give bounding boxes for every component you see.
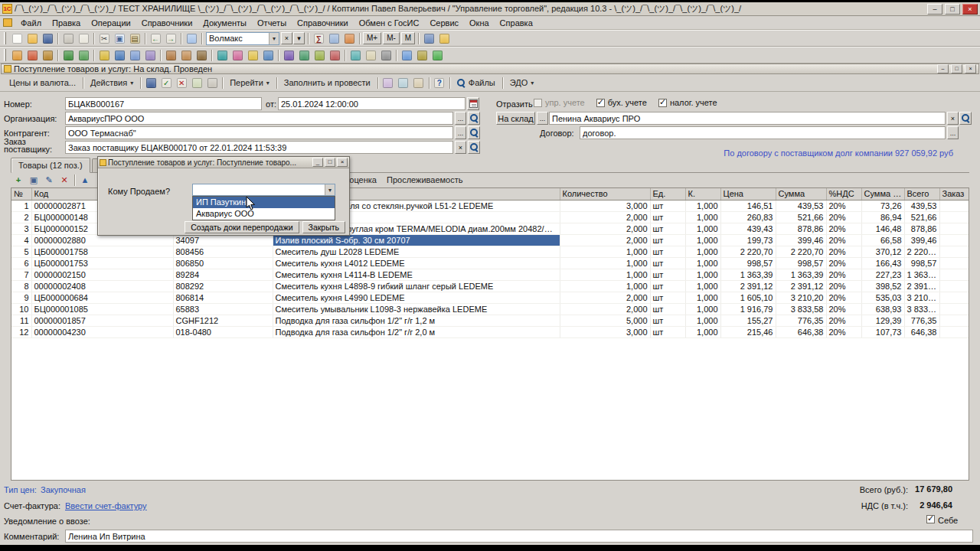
price-type-link[interactable]: Закупочная bbox=[41, 485, 86, 494]
calendar-button[interactable] bbox=[467, 97, 479, 110]
maximize-button[interactable]: □ bbox=[945, 4, 960, 15]
column-header-Сумма[interactable]: Сумма bbox=[776, 188, 826, 200]
user-monitor-icon[interactable] bbox=[399, 48, 414, 62]
calendar-icon[interactable] bbox=[436, 31, 452, 45]
column-header-Заказ[interactable]: Заказ bbox=[939, 188, 969, 200]
menu-Обмен с ГосИС[interactable]: Обмен с ГосИС bbox=[354, 17, 425, 29]
email-icon[interactable] bbox=[363, 48, 378, 62]
chevron-down-icon[interactable]: ▾ bbox=[269, 33, 279, 44]
menu-Документы[interactable]: Документы bbox=[198, 17, 252, 29]
create-resale-docs-button[interactable]: Создать доки перепродажи bbox=[185, 221, 299, 233]
contract-more-button[interactable]: ... bbox=[947, 126, 959, 139]
table-row[interactable]: 1100000001857CGHF1212Подводка для газа с… bbox=[11, 315, 969, 326]
warehouse-receipt-icon[interactable] bbox=[163, 48, 178, 62]
cash-documents-icon[interactable] bbox=[96, 48, 112, 62]
print-document-icon[interactable] bbox=[204, 76, 220, 90]
menu-Справка[interactable]: Справка bbox=[495, 17, 538, 29]
reports-icon[interactable] bbox=[281, 48, 296, 62]
warehouse-more-button[interactable]: ... bbox=[537, 112, 548, 125]
open-folder-icon[interactable] bbox=[24, 31, 40, 45]
toolbar-grip[interactable] bbox=[4, 49, 6, 61]
save-document-icon[interactable] bbox=[143, 76, 158, 90]
memory-recall-button[interactable]: M bbox=[401, 32, 415, 44]
warehouse-field[interactable] bbox=[549, 112, 946, 125]
edo-button[interactable]: ЭДО ▾ bbox=[505, 77, 539, 89]
stock-report-icon[interactable] bbox=[312, 48, 327, 62]
contract-field[interactable] bbox=[580, 126, 946, 139]
debt-report-icon[interactable] bbox=[327, 48, 342, 62]
discounts-icon[interactable] bbox=[230, 48, 245, 62]
checkbox-налог. учете[interactable]: налог. учете bbox=[658, 98, 717, 107]
contractor-more-button[interactable]: ... bbox=[455, 126, 466, 139]
table-settings-icon[interactable] bbox=[326, 31, 341, 45]
print-icon[interactable] bbox=[60, 31, 76, 45]
tab-Товары (12 поз.)[interactable]: Товары (12 поз.) bbox=[11, 158, 90, 173]
move-up-icon[interactable]: ▲ bbox=[77, 174, 93, 187]
warehouse-transfer-icon[interactable] bbox=[178, 48, 194, 62]
sales-invoices-icon[interactable] bbox=[76, 48, 91, 62]
paste-icon[interactable]: ▤ bbox=[127, 31, 142, 45]
menu-Справочники[interactable]: Справочники bbox=[136, 17, 198, 29]
checkbox-бух. учете[interactable]: бух. учете bbox=[596, 98, 647, 107]
save-icon[interactable] bbox=[40, 31, 55, 45]
calculator-icon[interactable] bbox=[421, 31, 436, 45]
organization-field[interactable] bbox=[65, 112, 453, 125]
table-row[interactable]: 6ЦБ000001753806850Смеситель кухня L4012 … bbox=[11, 257, 969, 269]
lock-icon[interactable] bbox=[414, 48, 430, 62]
bank-documents-icon[interactable] bbox=[112, 48, 127, 62]
warehouse-button[interactable]: На склад bbox=[496, 112, 535, 125]
minimize-button[interactable]: – bbox=[927, 4, 942, 15]
date-field[interactable] bbox=[278, 97, 466, 110]
find-icon[interactable] bbox=[184, 31, 199, 45]
copy-icon[interactable]: ▣ bbox=[112, 31, 127, 45]
self-checkbox[interactable]: Себе bbox=[926, 515, 958, 525]
prices-currency-button[interactable]: Цены и валюта... bbox=[5, 77, 80, 89]
menu-Отчеты[interactable]: Отчеты bbox=[252, 17, 292, 29]
help-icon[interactable]: ? bbox=[432, 76, 447, 90]
doc-close-button[interactable]: × bbox=[965, 64, 976, 73]
supplier-debt-text[interactable]: По договору с поставщиком долг компании … bbox=[536, 148, 953, 158]
menu-Правка[interactable]: Правка bbox=[47, 17, 86, 29]
close-button[interactable]: × bbox=[962, 4, 978, 15]
toolbar-grip[interactable] bbox=[4, 32, 6, 44]
supplier-orders-icon[interactable] bbox=[9, 48, 24, 62]
update-icon[interactable] bbox=[430, 48, 445, 62]
nomenclature-icon[interactable] bbox=[245, 48, 260, 62]
table-row[interactable]: 9ЦБ000000684806814Смеситель кухня L4990 … bbox=[11, 292, 969, 303]
document-structure-icon[interactable] bbox=[189, 76, 204, 90]
column-header-Всего[interactable]: Всего bbox=[904, 188, 939, 200]
column-header-№[interactable]: № bbox=[11, 188, 31, 200]
counterparties-icon[interactable] bbox=[260, 48, 276, 62]
redo-icon[interactable]: → bbox=[163, 31, 178, 45]
goto-button[interactable]: Перейти ▾ bbox=[225, 77, 274, 89]
dialog-minimize-button[interactable]: _ bbox=[312, 158, 323, 167]
actions-button[interactable]: Действия ▾ bbox=[86, 77, 138, 89]
doc-restore-button[interactable]: □ bbox=[951, 64, 962, 73]
menu-Файл[interactable]: Файл bbox=[15, 17, 47, 29]
data-exchange-icon[interactable] bbox=[348, 48, 363, 62]
column-header-Сумма НДС[interactable]: Сумма НДС bbox=[861, 188, 904, 200]
unpost-document-icon[interactable]: ✕ bbox=[174, 76, 189, 90]
dialog-maximize-button[interactable]: □ bbox=[325, 158, 335, 167]
doc-minimize-button[interactable]: – bbox=[937, 64, 949, 73]
tab-traceability[interactable]: Прослеживаемость bbox=[387, 175, 462, 184]
contractor-field[interactable] bbox=[65, 126, 453, 139]
fill-and-post-button[interactable]: Заполнить и провести bbox=[279, 77, 375, 89]
combo-history-button[interactable]: ▾ bbox=[293, 32, 305, 44]
inventory-icon[interactable] bbox=[194, 48, 209, 62]
price-list-icon[interactable] bbox=[214, 48, 230, 62]
order-open-button[interactable] bbox=[468, 141, 480, 154]
add-row-icon[interactable]: + bbox=[11, 174, 26, 187]
menu-Операции[interactable]: Операции bbox=[86, 17, 136, 29]
warehouse-open-button[interactable] bbox=[959, 112, 972, 125]
table-row[interactable]: 1200000004230018-0480Подводка для газа с… bbox=[11, 326, 969, 337]
purchase-returns-icon[interactable] bbox=[40, 48, 55, 62]
menu-Окна[interactable]: Окна bbox=[464, 17, 495, 29]
settings-icon[interactable] bbox=[378, 48, 394, 62]
customer-combo[interactable]: ▾ bbox=[192, 184, 335, 196]
number-field[interactable] bbox=[65, 97, 262, 110]
column-header-Количество[interactable]: Количество bbox=[560, 188, 650, 200]
chart-icon[interactable] bbox=[341, 31, 357, 45]
cut-icon[interactable]: ✂ bbox=[96, 31, 112, 45]
new-document-icon[interactable] bbox=[9, 31, 24, 45]
